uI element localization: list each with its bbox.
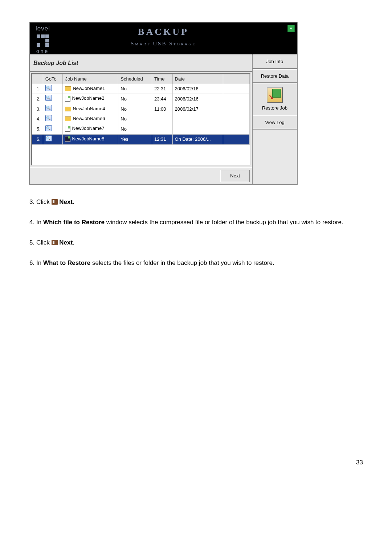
main-footer: Next <box>30 167 252 184</box>
cell-index: 6. <box>32 134 43 144</box>
document-icon <box>65 96 70 102</box>
job-table-container: GoTo Job Name Scheduled Time Date 1. New… <box>31 73 250 165</box>
cell-jobname: NewJobName6 <box>63 114 118 124</box>
goto-icon[interactable] <box>45 85 52 91</box>
cell-jobname: NewJobName7 <box>63 124 118 134</box>
goto-icon[interactable] <box>45 135 52 141</box>
cell-extra <box>223 94 250 104</box>
col-index[interactable] <box>32 74 43 84</box>
folder-icon <box>65 107 71 111</box>
cell-jobname: NewJobName1 <box>63 84 118 94</box>
text-bold: Next <box>59 239 73 246</box>
document-dark-icon <box>65 136 70 142</box>
text-bold: Which file to Restore <box>43 219 105 226</box>
text: selects the files or folder in the backu… <box>90 259 274 266</box>
col-scheduled[interactable]: Scheduled <box>118 74 152 84</box>
text: window selects the compressed file or fo… <box>105 219 343 226</box>
cell-date <box>172 114 223 124</box>
cell-goto[interactable] <box>43 94 63 104</box>
cell-time: 23:44 <box>152 94 172 104</box>
text: . <box>73 239 74 246</box>
goto-icon[interactable] <box>45 105 52 111</box>
window-dropdown-button[interactable]: ▾ <box>287 25 295 32</box>
restore-section: Restore Job <box>253 83 297 115</box>
cell-extra <box>223 84 250 94</box>
col-date[interactable]: Date <box>172 74 223 84</box>
panel-title: Backup Job List <box>30 54 252 72</box>
content-row: Backup Job List GoTo Job Name Scheduled … <box>30 54 297 184</box>
table-row[interactable]: 5. NewJobName7No <box>32 124 250 134</box>
cell-date: 2006/02/16 <box>172 84 223 94</box>
cell-scheduled: No <box>118 104 152 114</box>
cell-jobname: NewJobName4 <box>63 104 118 114</box>
col-goto[interactable]: GoTo <box>43 74 63 84</box>
cell-time: 22:31 <box>152 84 172 94</box>
table-row[interactable]: 4. NewJobName6No <box>32 114 250 124</box>
goto-icon[interactable] <box>45 125 52 131</box>
cell-goto[interactable] <box>43 124 63 134</box>
table-row[interactable]: 6. NewJobName8Yes12:31On Date: 2006/... <box>32 134 250 144</box>
logo-text-bottom: one <box>36 48 49 55</box>
text: In <box>36 219 43 226</box>
header-titles: BACKUP Smart USB Storage <box>131 25 196 48</box>
backup-app-window: level one BACKUP Smart USB Storage ▾ Bac… <box>29 22 298 185</box>
table-row[interactable]: 3. NewJobName4No11:002006/02/17 <box>32 104 250 114</box>
cell-date <box>172 124 223 134</box>
instruction-step-5: Click Next. <box>36 237 363 249</box>
cell-extra <box>223 124 250 134</box>
cell-time: 11:00 <box>152 104 172 114</box>
table-row[interactable]: 1. NewJobName1No22:312006/02/16 <box>32 84 250 94</box>
cell-index: 3. <box>32 104 43 114</box>
table-header-row: GoTo Job Name Scheduled Time Date <box>32 74 250 84</box>
cell-scheduled: No <box>118 114 152 124</box>
col-extra[interactable] <box>223 74 250 84</box>
cell-scheduled: Yes <box>118 134 152 144</box>
next-button[interactable]: Next <box>220 170 250 182</box>
brand-logo: level one <box>36 24 53 55</box>
logo-text-top: level <box>36 24 50 33</box>
instruction-step-3: Click Next. <box>36 196 363 208</box>
restore-data-button[interactable]: Restore Data <box>253 69 297 83</box>
text: Click <box>36 239 52 246</box>
instruction-list: Click Next. In Which file to Restore win… <box>29 196 363 269</box>
main-panel: Backup Job List GoTo Job Name Scheduled … <box>30 54 253 184</box>
instruction-step-6: In What to Restore selects the files or … <box>36 257 363 269</box>
cell-extra <box>223 134 250 144</box>
cell-time <box>152 124 172 134</box>
restore-job-icon[interactable] <box>267 87 283 103</box>
cell-extra <box>223 104 250 114</box>
cell-index: 1. <box>32 84 43 94</box>
cell-scheduled: No <box>118 94 152 104</box>
cell-goto[interactable] <box>43 84 63 94</box>
cell-jobname: NewJobName8 <box>63 134 118 144</box>
col-time[interactable]: Time <box>152 74 172 84</box>
app-header: level one BACKUP Smart USB Storage ▾ <box>30 22 297 54</box>
next-mini-icon <box>52 240 58 245</box>
next-mini-icon <box>52 199 58 205</box>
cell-goto[interactable] <box>43 104 63 114</box>
table-row[interactable]: 2. NewJobName2No23:442006/02/16 <box>32 94 250 104</box>
cell-extra <box>223 114 250 124</box>
cell-time <box>152 114 172 124</box>
goto-icon[interactable] <box>45 115 52 121</box>
cell-time: 12:31 <box>152 134 172 144</box>
cell-scheduled: No <box>118 84 152 94</box>
cell-goto[interactable] <box>43 134 63 144</box>
text-bold: Next <box>59 198 73 205</box>
col-jobname[interactable]: Job Name <box>63 74 118 84</box>
page-number: 33 <box>29 458 363 467</box>
cell-date: 2006/02/16 <box>172 94 223 104</box>
cell-scheduled: No <box>118 124 152 134</box>
cell-goto[interactable] <box>43 114 63 124</box>
goto-icon[interactable] <box>45 95 52 101</box>
job-info-button[interactable]: Job Info <box>253 54 297 69</box>
document-icon <box>65 126 70 132</box>
folder-icon <box>65 86 71 91</box>
view-log-button[interactable]: View Log <box>253 115 297 130</box>
job-table: GoTo Job Name Scheduled Time Date 1. New… <box>32 74 250 145</box>
text: In <box>36 259 43 266</box>
cell-index: 2. <box>32 94 43 104</box>
app-title: BACKUP <box>131 25 196 39</box>
text-bold: What to Restore <box>43 259 90 266</box>
cell-jobname: NewJobName2 <box>63 94 118 104</box>
